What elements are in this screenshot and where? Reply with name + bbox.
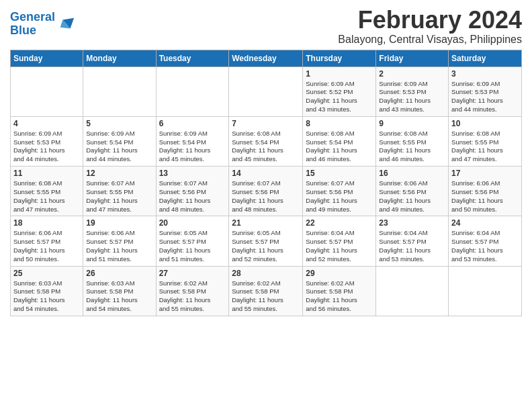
calendar-header-row: SundayMondayTuesdayWednesdayThursdayFrid… xyxy=(11,50,522,66)
day-info: Sunrise: 6:07 AM Sunset: 5:56 PM Dayligh… xyxy=(232,179,300,214)
day-info: Sunrise: 6:09 AM Sunset: 5:54 PM Dayligh… xyxy=(86,130,152,164)
calendar-cell: 14Sunrise: 6:07 AM Sunset: 5:56 PM Dayli… xyxy=(229,167,303,216)
day-number: 6 xyxy=(159,119,226,128)
day-number: 13 xyxy=(159,169,226,178)
day-number: 4 xyxy=(13,119,80,128)
calendar-cell xyxy=(376,266,449,316)
day-info: Sunrise: 6:09 AM Sunset: 5:54 PM Dayligh… xyxy=(159,130,226,164)
day-info: Sunrise: 6:07 AM Sunset: 5:56 PM Dayligh… xyxy=(306,179,373,214)
calendar-cell: 20Sunrise: 6:05 AM Sunset: 5:57 PM Dayli… xyxy=(156,216,229,266)
day-number: 5 xyxy=(86,119,152,128)
header-tuesday: Tuesday xyxy=(156,50,229,66)
calendar-cell: 28Sunrise: 6:02 AM Sunset: 5:58 PM Dayli… xyxy=(229,266,303,316)
header-monday: Monday xyxy=(83,50,156,66)
day-info: Sunrise: 6:09 AM Sunset: 5:53 PM Dayligh… xyxy=(451,80,519,114)
day-info: Sunrise: 6:08 AM Sunset: 5:55 PM Dayligh… xyxy=(13,179,80,214)
calendar-cell xyxy=(449,266,522,316)
day-number: 1 xyxy=(306,69,373,79)
day-number: 7 xyxy=(232,119,300,128)
day-number: 19 xyxy=(86,218,152,228)
day-number: 9 xyxy=(379,119,445,128)
day-number: 12 xyxy=(86,169,152,178)
calendar-week-3: 18Sunrise: 6:06 AM Sunset: 5:57 PM Dayli… xyxy=(11,216,522,266)
calendar-cell: 13Sunrise: 6:07 AM Sunset: 5:56 PM Dayli… xyxy=(156,167,229,216)
day-number: 29 xyxy=(306,269,373,278)
day-number: 21 xyxy=(232,218,300,228)
calendar-cell: 22Sunrise: 6:04 AM Sunset: 5:57 PM Dayli… xyxy=(303,216,376,266)
day-info: Sunrise: 6:09 AM Sunset: 5:53 PM Dayligh… xyxy=(379,80,445,114)
calendar-cell: 23Sunrise: 6:04 AM Sunset: 5:57 PM Dayli… xyxy=(376,216,449,266)
calendar-cell: 6Sunrise: 6:09 AM Sunset: 5:54 PM Daylig… xyxy=(156,116,229,166)
day-number: 18 xyxy=(13,218,80,228)
calendar-cell xyxy=(156,66,229,116)
day-number: 3 xyxy=(451,69,519,79)
day-info: Sunrise: 6:09 AM Sunset: 5:53 PM Dayligh… xyxy=(13,130,80,164)
day-number: 2 xyxy=(379,69,445,79)
day-info: Sunrise: 6:06 AM Sunset: 5:56 PM Dayligh… xyxy=(379,179,445,214)
calendar-cell: 8Sunrise: 6:08 AM Sunset: 5:54 PM Daylig… xyxy=(303,116,376,166)
day-number: 17 xyxy=(451,169,519,178)
logo-icon xyxy=(56,15,75,34)
calendar-cell: 1Sunrise: 6:09 AM Sunset: 5:52 PM Daylig… xyxy=(303,66,376,116)
calendar-cell: 9Sunrise: 6:08 AM Sunset: 5:55 PM Daylig… xyxy=(376,116,449,166)
day-info: Sunrise: 6:07 AM Sunset: 5:55 PM Dayligh… xyxy=(86,179,152,214)
calendar-cell: 19Sunrise: 6:06 AM Sunset: 5:57 PM Dayli… xyxy=(83,216,156,266)
day-number: 10 xyxy=(451,119,519,128)
day-info: Sunrise: 6:08 AM Sunset: 5:54 PM Dayligh… xyxy=(232,130,300,164)
day-info: Sunrise: 6:08 AM Sunset: 5:54 PM Dayligh… xyxy=(306,130,373,164)
header-saturday: Saturday xyxy=(449,50,522,66)
header-thursday: Thursday xyxy=(303,50,376,66)
day-number: 16 xyxy=(379,169,445,178)
day-info: Sunrise: 6:08 AM Sunset: 5:55 PM Dayligh… xyxy=(451,130,519,164)
logo-text: General Blue xyxy=(10,11,55,38)
day-number: 22 xyxy=(306,218,373,228)
calendar-cell: 26Sunrise: 6:03 AM Sunset: 5:58 PM Dayli… xyxy=(83,266,156,316)
calendar-cell: 18Sunrise: 6:06 AM Sunset: 5:57 PM Dayli… xyxy=(11,216,83,266)
logo: General Blue xyxy=(10,11,75,38)
day-info: Sunrise: 6:06 AM Sunset: 5:57 PM Dayligh… xyxy=(13,229,80,263)
day-number: 15 xyxy=(306,169,373,178)
day-info: Sunrise: 6:07 AM Sunset: 5:56 PM Dayligh… xyxy=(159,179,226,214)
day-info: Sunrise: 6:02 AM Sunset: 5:58 PM Dayligh… xyxy=(232,279,300,314)
calendar-week-2: 11Sunrise: 6:08 AM Sunset: 5:55 PM Dayli… xyxy=(11,167,522,216)
month-title: February 2024 xyxy=(338,7,522,34)
day-info: Sunrise: 6:02 AM Sunset: 5:58 PM Dayligh… xyxy=(159,279,226,314)
calendar-cell xyxy=(229,66,303,116)
calendar-cell: 21Sunrise: 6:05 AM Sunset: 5:57 PM Dayli… xyxy=(229,216,303,266)
day-number: 8 xyxy=(306,119,373,128)
calendar-cell: 10Sunrise: 6:08 AM Sunset: 5:55 PM Dayli… xyxy=(449,116,522,166)
header-wednesday: Wednesday xyxy=(229,50,303,66)
calendar-cell xyxy=(83,66,156,116)
day-info: Sunrise: 6:06 AM Sunset: 5:57 PM Dayligh… xyxy=(86,229,152,263)
calendar-cell: 12Sunrise: 6:07 AM Sunset: 5:55 PM Dayli… xyxy=(83,167,156,216)
header-sunday: Sunday xyxy=(11,50,83,66)
day-number: 23 xyxy=(379,218,445,228)
calendar-cell: 7Sunrise: 6:08 AM Sunset: 5:54 PM Daylig… xyxy=(229,116,303,166)
day-number: 24 xyxy=(451,218,519,228)
calendar-cell: 29Sunrise: 6:02 AM Sunset: 5:58 PM Dayli… xyxy=(303,266,376,316)
calendar-cell: 5Sunrise: 6:09 AM Sunset: 5:54 PM Daylig… xyxy=(83,116,156,166)
calendar-cell: 25Sunrise: 6:03 AM Sunset: 5:58 PM Dayli… xyxy=(11,266,83,316)
header: General Blue February 2024 Balayong, Cen… xyxy=(10,7,522,46)
day-number: 26 xyxy=(86,269,152,278)
calendar-week-1: 4Sunrise: 6:09 AM Sunset: 5:53 PM Daylig… xyxy=(11,116,522,166)
day-number: 11 xyxy=(13,169,80,178)
calendar-cell xyxy=(11,66,83,116)
calendar-cell: 15Sunrise: 6:07 AM Sunset: 5:56 PM Dayli… xyxy=(303,167,376,216)
location-title: Balayong, Central Visayas, Philippines xyxy=(338,34,522,46)
calendar-cell: 2Sunrise: 6:09 AM Sunset: 5:53 PM Daylig… xyxy=(376,66,449,116)
calendar-cell: 3Sunrise: 6:09 AM Sunset: 5:53 PM Daylig… xyxy=(449,66,522,116)
title-area: February 2024 Balayong, Central Visayas,… xyxy=(338,7,522,46)
calendar-cell: 17Sunrise: 6:06 AM Sunset: 5:56 PM Dayli… xyxy=(449,167,522,216)
calendar-table: SundayMondayTuesdayWednesdayThursdayFrid… xyxy=(10,50,522,316)
day-info: Sunrise: 6:05 AM Sunset: 5:57 PM Dayligh… xyxy=(232,229,300,263)
day-number: 20 xyxy=(159,218,226,228)
calendar-cell: 27Sunrise: 6:02 AM Sunset: 5:58 PM Dayli… xyxy=(156,266,229,316)
calendar-week-0: 1Sunrise: 6:09 AM Sunset: 5:52 PM Daylig… xyxy=(11,66,522,116)
day-number: 28 xyxy=(232,269,300,278)
day-info: Sunrise: 6:09 AM Sunset: 5:52 PM Dayligh… xyxy=(306,80,373,114)
day-number: 27 xyxy=(159,269,226,278)
day-number: 25 xyxy=(13,269,80,278)
day-info: Sunrise: 6:06 AM Sunset: 5:56 PM Dayligh… xyxy=(451,179,519,214)
day-info: Sunrise: 6:08 AM Sunset: 5:55 PM Dayligh… xyxy=(379,130,445,164)
